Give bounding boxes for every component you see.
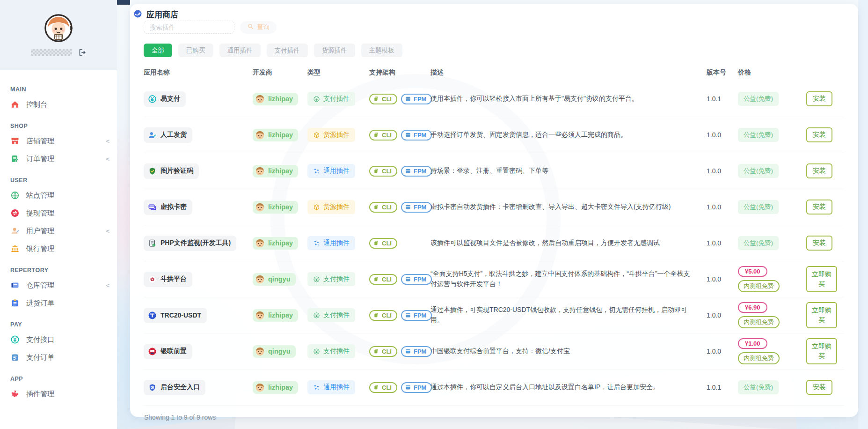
user-avatar[interactable]	[44, 14, 73, 43]
arch-badge-cli: CLI	[369, 382, 397, 393]
sidebar-item-clipboard[interactable]: 进货订单	[0, 294, 117, 312]
developer-avatar	[255, 347, 265, 356]
fpm-icon	[405, 132, 411, 138]
install-button[interactable]: 安装	[806, 163, 832, 178]
sidebar-section: APP 插件管理	[0, 372, 117, 403]
arch-badge-cli: CLI	[369, 94, 397, 104]
shield-check-icon	[148, 167, 157, 176]
app-version: 1.0.0	[707, 348, 738, 355]
app-version: 1.0.1	[707, 384, 738, 391]
app-name-badge: 易支付	[144, 91, 186, 107]
install-button[interactable]: 安装	[806, 91, 832, 106]
app-description: 中国银联支付综合前置平台，支持：微信/支付宝	[430, 346, 707, 356]
buy-now-button[interactable]: 立即购买	[806, 302, 837, 328]
shield-blue-icon	[148, 383, 157, 392]
filter-tab-4[interactable]: 货源插件	[314, 44, 355, 57]
order-icon	[10, 154, 20, 163]
type-badge: 支付插件	[307, 344, 355, 358]
sidebar-item-bank[interactable]: 银行管理	[0, 240, 117, 258]
page-title: 应用商店	[146, 9, 178, 20]
arch-badge-fpm: FPM	[401, 166, 432, 177]
price-free-badge: 公益(免费)	[738, 200, 779, 214]
sidebar-item-home[interactable]: 控制台	[0, 96, 117, 113]
sidebar-section-label: PAY	[0, 318, 117, 331]
sidebar-item-order[interactable]: 订单管理 <	[0, 150, 117, 168]
type-badge: 货源插件	[307, 200, 355, 214]
yen-icon	[10, 335, 20, 344]
cli-icon	[373, 204, 379, 210]
pagination-summary: Showing 1 to 9 of 9 rows	[144, 406, 844, 421]
developer-badge: lizhipay	[253, 309, 298, 322]
sidebar-item-shop[interactable]: 店铺管理 <	[0, 132, 117, 150]
sidebar-item-label: 银行管理	[26, 244, 54, 253]
sidebar-item-label: 站点管理	[26, 191, 54, 200]
cli-icon	[373, 312, 379, 318]
install-button[interactable]: 安装	[806, 236, 832, 251]
price-amount-badge: ¥6.90	[738, 302, 767, 313]
developer-badge: lizhipay	[253, 93, 298, 105]
table-header: 应用名称开发商类型支持架构描述版本号价格	[144, 64, 844, 81]
app-description: “全面支持H5支付”，取法斗拱之妙，建立中国支付体系的基础构件，“斗拱平台”一个…	[430, 269, 707, 289]
filter-tab-0[interactable]: 全部	[144, 44, 172, 57]
sidebar-section: PAY 支付接口 支付订单	[0, 318, 117, 366]
buy-now-button[interactable]: 立即购买	[806, 266, 837, 292]
search-input[interactable]	[144, 21, 234, 34]
buy-now-button[interactable]: 立即购买	[806, 338, 837, 364]
install-button[interactable]: 安装	[806, 200, 832, 214]
arch-badge-fpm: FPM	[401, 310, 432, 321]
developer-badge: qingyu	[253, 345, 296, 358]
filter-tab-1[interactable]: 已购买	[178, 44, 213, 57]
table-row: 图片验证码 lizhipay 通用插件 CLI FPM 持场景：登录、注册、重置…	[144, 153, 844, 189]
sidebar-item-globe[interactable]: 站点管理	[0, 186, 117, 204]
logout-icon[interactable]	[78, 48, 86, 57]
filter-tab-2[interactable]: 通用插件	[219, 44, 261, 57]
fpm-icon	[405, 168, 411, 174]
sidebar-item-warehouse[interactable]: 仓库管理 <	[0, 276, 117, 294]
install-button[interactable]: 安装	[806, 380, 832, 395]
yen-badge-icon	[148, 95, 157, 104]
flower-icon	[148, 275, 157, 284]
cli-icon	[373, 132, 379, 138]
search-icon	[247, 23, 254, 31]
sidebar-item-label: 仓库管理	[26, 281, 54, 290]
warehouse-icon	[10, 281, 20, 290]
type-source-icon	[313, 204, 320, 211]
install-button[interactable]: 安装	[806, 127, 832, 142]
column-header: 开发商	[253, 68, 307, 77]
sidebar-item-user[interactable]: 用户管理 <	[0, 222, 117, 240]
sidebar-item-yen[interactable]: 支付接口	[0, 331, 117, 348]
app-version: 1.0.0	[707, 131, 738, 139]
table-row: 虚拟卡密 lizhipay 货源插件 CLI FPM 虚拟卡密自动发货插件：卡密…	[144, 189, 844, 225]
sidebar-item-label: 用户管理	[26, 227, 54, 236]
search-button[interactable]: 查询	[240, 21, 277, 34]
sidebar-item-payorder[interactable]: 支付订单	[0, 348, 117, 366]
column-header: 版本号	[707, 68, 738, 77]
table-row: 后台安全入口 lizhipay 通用插件 CLI FPM 通过本插件，你可以自定…	[144, 370, 844, 406]
app-version: 1.0.0	[707, 167, 738, 175]
type-pay-icon	[313, 276, 320, 283]
app-store-icon	[133, 9, 142, 20]
sidebar: MAIN 控制台 SHOP 店铺管理 < 订单管理 < USER 站点管理 提现…	[0, 0, 117, 429]
sidebar-section-label: USER	[0, 173, 117, 186]
app-store-page: MAIN 控制台 SHOP 店铺管理 < 订单管理 < USER 站点管理 提现…	[0, 0, 868, 429]
sidebar-item-label: 插件管理	[26, 390, 54, 399]
app-name-badge: 银联前置	[144, 344, 192, 359]
sidebar-item-puzzle[interactable]: 插件管理	[0, 385, 117, 403]
filter-tab-3[interactable]: 支付插件	[267, 44, 308, 57]
sidebar-item-label: 提现管理	[26, 209, 54, 218]
type-badge: 支付插件	[307, 92, 355, 106]
fpm-icon	[405, 276, 411, 282]
table-row: 斗拱平台 qingyu 支付插件 CLI FPM “全面支持H5支付”，取法斗拱…	[144, 261, 844, 297]
arch-badge-cli: CLI	[369, 166, 397, 177]
doc-eye-icon	[148, 239, 157, 248]
filter-tabs: 全部已购买通用插件支付插件货源插件主题模板	[144, 44, 844, 57]
bank-icon	[10, 244, 20, 253]
sidebar-item-withdraw[interactable]: 提现管理	[0, 204, 117, 222]
column-header: 描述	[430, 68, 707, 77]
developer-badge: lizhipay	[253, 237, 298, 250]
sidebar-section-label: REPERTORY	[0, 263, 117, 276]
app-version: 1.0.0	[707, 239, 738, 247]
filter-tab-5[interactable]: 主题模板	[361, 44, 402, 57]
app-description: 通过本插件，可实现TRC20-USDT钱包收款，支持任意钱包，切无需任何挂机，启…	[430, 305, 707, 325]
puzzle-icon	[10, 389, 20, 399]
